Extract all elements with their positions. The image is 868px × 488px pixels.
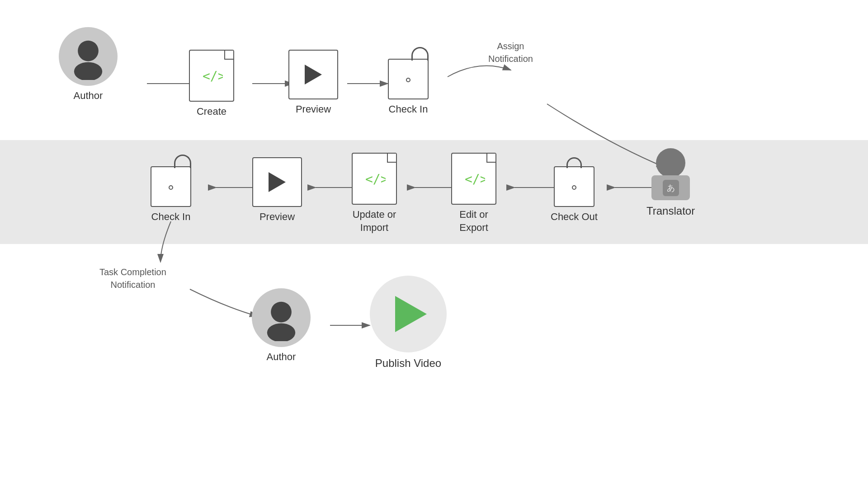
checkout-label: Check Out	[551, 211, 598, 224]
svg-text:</>: </>	[365, 172, 386, 187]
edit-export-node: </> Edit orExport	[451, 153, 496, 234]
preview-top-icon	[288, 50, 338, 99]
checkin-top-node: Check In	[388, 45, 429, 116]
translator-label: Translator	[646, 204, 695, 218]
preview-mid-label: Preview	[259, 211, 295, 224]
checkin-top-label: Check In	[389, 103, 428, 116]
create-doc-icon: </>	[189, 50, 234, 102]
translator-avatar: あ	[651, 148, 690, 200]
svg-point-12	[74, 62, 102, 80]
author-top-label: Author	[74, 89, 103, 103]
update-import-node: </> Update orImport	[352, 153, 397, 234]
author-bottom-avatar	[252, 288, 311, 347]
preview-top-label: Preview	[296, 103, 331, 116]
author-bottom-label: Author	[267, 351, 296, 364]
checkin-mid-node: Check In	[151, 153, 191, 224]
task-completion-label: Task CompletionNotification	[99, 266, 166, 291]
assign-notification-label: AssignNotification	[488, 40, 533, 65]
assign-notification-node: AssignNotification	[488, 36, 533, 65]
svg-point-16	[271, 302, 292, 323]
publish-video-icon	[370, 276, 447, 352]
translator-node: あ Translator	[646, 148, 695, 218]
preview-mid-icon	[252, 157, 302, 207]
checkout-node: Check Out	[551, 157, 598, 224]
author-bottom-node: Author	[252, 288, 311, 364]
checkin-mid-icon	[151, 166, 191, 207]
task-completion-node: Task CompletionNotification	[99, 262, 166, 291]
checkin-mid-label: Check In	[151, 211, 191, 224]
arrows-svg	[0, 0, 868, 488]
diagram-container: Author </> Create Preview Check In Assig…	[0, 0, 868, 488]
edit-export-icon: </>	[451, 153, 496, 205]
checkout-icon	[554, 166, 594, 207]
gray-band	[0, 140, 868, 244]
author-top-node: Author	[59, 27, 118, 103]
svg-point-11	[78, 41, 99, 61]
checkin-top-icon	[388, 59, 429, 99]
publish-video-label: Publish Video	[375, 356, 441, 370]
svg-text:</>: </>	[465, 172, 485, 187]
update-import-label: Update orImport	[353, 208, 396, 234]
svg-text:</>: </>	[203, 69, 223, 84]
edit-export-label: Edit orExport	[459, 208, 488, 234]
create-label: Create	[197, 105, 226, 118]
preview-top-node: Preview	[288, 50, 338, 116]
svg-point-17	[267, 323, 295, 341]
publish-video-node: Publish Video	[370, 276, 447, 370]
create-node: </> Create	[189, 50, 234, 118]
author-top-avatar	[59, 27, 118, 86]
update-import-icon: </>	[352, 153, 397, 205]
preview-mid-node: Preview	[252, 157, 302, 224]
